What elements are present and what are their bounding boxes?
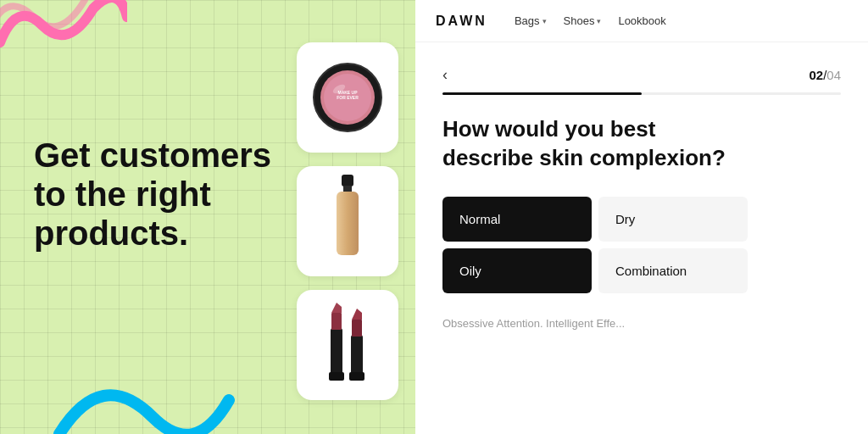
svg-rect-6 — [342, 175, 353, 186]
nav-link-bags[interactable]: Bags ▾ — [515, 14, 547, 27]
headline: Get customers to the right products. — [34, 136, 305, 253]
svg-marker-16 — [352, 309, 362, 320]
svg-marker-12 — [331, 303, 342, 313]
svg-rect-8 — [337, 192, 359, 255]
svg-rect-10 — [329, 372, 344, 381]
product-card-foundation — [297, 166, 398, 276]
compact-svg: MAKE UP FOR EVER — [312, 62, 384, 134]
svg-rect-13 — [351, 335, 363, 375]
chevron-down-icon: ▾ — [542, 17, 547, 25]
deco-squiggle-top — [0, 0, 127, 59]
right-panel: DAWN Bags ▾ Shoes ▾ Lookbook ‹ 02/04 — [415, 0, 868, 434]
svg-rect-9 — [331, 328, 342, 375]
svg-text:FOR EVER: FOR EVER — [337, 95, 359, 100]
nav-links: Bags ▾ Shoes ▾ Lookbook — [515, 14, 666, 27]
option-oily[interactable]: Oily — [442, 248, 592, 293]
option-normal[interactable]: Normal — [442, 197, 592, 242]
products-column: MAKE UP FOR EVER — [297, 42, 398, 400]
svg-rect-14 — [349, 372, 364, 381]
svg-rect-15 — [352, 320, 362, 337]
left-panel: Get customers to the right products. MAK… — [0, 0, 415, 434]
product-card-compact: MAKE UP FOR EVER — [297, 42, 398, 153]
svg-rect-7 — [343, 186, 352, 192]
chevron-down-icon: ▾ — [597, 17, 601, 25]
svg-rect-11 — [331, 313, 342, 330]
option-combination[interactable]: Combination — [598, 248, 748, 293]
options-grid: Normal Dry Oily Combination — [442, 197, 748, 293]
quiz-question: How would you best describe skin complex… — [442, 115, 731, 173]
quiz-nav-row: ‹ 02/04 — [442, 66, 841, 84]
step-current: 02 — [809, 68, 823, 82]
back-button[interactable]: ‹ — [442, 66, 448, 84]
lipstick-svg — [314, 303, 381, 387]
quiz-content: ‹ 02/04 How would you best describe skin… — [415, 42, 868, 434]
deco-arc-bottom — [51, 366, 237, 434]
quiz-footer-text: Obsessive Attention. Intelligent Effe... — [442, 317, 841, 330]
nav-link-shoes[interactable]: Shoes ▾ — [564, 14, 602, 27]
foundation-svg — [326, 175, 369, 268]
product-card-lipstick — [297, 290, 398, 400]
progress-bar-track — [442, 92, 841, 95]
navbar: DAWN Bags ▾ Shoes ▾ Lookbook — [415, 0, 868, 42]
nav-link-lookbook[interactable]: Lookbook — [618, 14, 665, 27]
nav-logo: DAWN — [436, 14, 487, 29]
step-indicator: 02/04 — [809, 68, 841, 82]
progress-bar-fill — [442, 92, 642, 95]
option-dry[interactable]: Dry — [598, 197, 748, 242]
step-total: 04 — [826, 68, 841, 82]
